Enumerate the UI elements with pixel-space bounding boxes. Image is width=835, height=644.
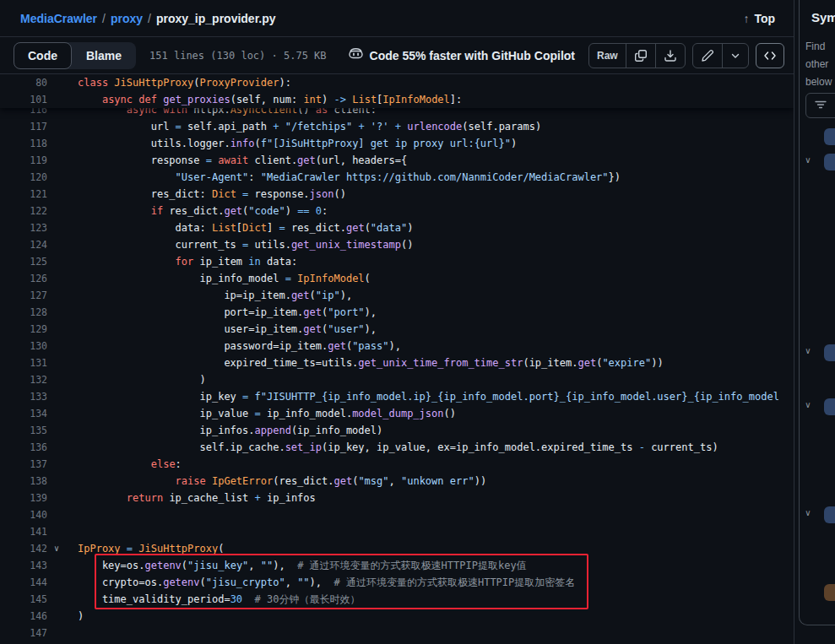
symbol-pill[interactable]	[824, 398, 835, 415]
symbol-expand-chevron-icon[interactable]: ∨	[802, 400, 814, 409]
line-number[interactable]: 134	[0, 405, 47, 422]
code-text: for ip_item in data:	[78, 253, 297, 270]
line-number[interactable]: 146	[0, 608, 47, 625]
arrow-up-icon: ↑	[743, 12, 749, 25]
breadcrumb-filename: proxy_ip_provider.py	[156, 12, 276, 25]
code-text: async def get_proxies(self, num: int) ->…	[78, 91, 462, 108]
line-number[interactable]: 143	[0, 557, 47, 574]
breadcrumb-separator: /	[148, 12, 151, 25]
line-number[interactable]: 139	[0, 490, 47, 506]
raw-actions-group: Raw	[588, 43, 686, 68]
symbol-pill[interactable]	[824, 506, 835, 523]
code-text: res_dict: Dict = response.json()	[78, 186, 346, 203]
code-blame-switch: Code Blame	[14, 42, 136, 69]
symbol-expand-chevron-icon[interactable]: ∨	[802, 508, 814, 517]
download-icon[interactable]	[655, 44, 685, 68]
code-line: 134 ip_value = ip_info_model.model_dump_…	[0, 405, 794, 422]
tab-blame[interactable]: Blame	[72, 42, 136, 69]
code-line: 123 data: List[Dict] = res_dict.get("dat…	[0, 219, 794, 236]
breadcrumb: MediaCrawler / proxy / proxy_ip_provider…	[20, 12, 276, 25]
fold-chevron-icon[interactable]: ∨	[47, 540, 66, 557]
code-text: ip=ip_item.get("ip"),	[78, 287, 352, 304]
code-text: current_ts = utils.get_unix_timestamp()	[78, 236, 413, 253]
code-text: return ip_cache_list + ip_infos	[78, 490, 316, 506]
line-number[interactable]: 129	[0, 321, 47, 338]
code-text: port=ip_item.get("port"),	[78, 304, 377, 321]
code-line: 127 ip=ip_item.get("ip"),	[0, 287, 794, 304]
code-text: raise IpGetError(res_dict.get("msg", "un…	[78, 473, 486, 490]
symbol-pill[interactable]	[824, 128, 835, 145]
copy-icon[interactable]	[626, 44, 655, 68]
line-number[interactable]: 142	[0, 540, 47, 557]
line-number[interactable]: 124	[0, 236, 47, 253]
code-text: ip_key = f"JISUHTTP_{ip_info_model.ip}_{…	[78, 388, 779, 405]
symbols-panel-heading: Sym	[811, 10, 835, 24]
code-text: class JiSuHttpProxy(ProxyProvider):	[78, 74, 291, 91]
breadcrumb-repo-link[interactable]: MediaCrawler	[20, 12, 97, 25]
chevron-down-icon[interactable]	[722, 44, 748, 68]
code-text: key=os.getenv("jisu_key", ""), # 通过环境变量的…	[78, 557, 527, 574]
line-number[interactable]: 130	[0, 338, 47, 354]
line-number[interactable]: 127	[0, 287, 47, 304]
copilot-banner[interactable]: Code 55% faster with GitHub Copilot	[349, 47, 575, 63]
line-number[interactable]: 126	[0, 270, 47, 287]
line-number[interactable]: 133	[0, 388, 47, 405]
edit-actions-group	[692, 43, 749, 68]
line-number[interactable]: 140	[0, 506, 47, 523]
scroll-to-top-button[interactable]: ↑ Top	[738, 8, 780, 29]
code-text: IpProxy = JiSuHttpProxy(	[78, 540, 224, 557]
line-number[interactable]: 136	[0, 439, 47, 456]
line-number[interactable]: 144	[0, 574, 47, 591]
line-number[interactable]: 131	[0, 354, 47, 371]
line-number[interactable]: 101	[0, 91, 47, 108]
code-line: 135 ip_infos.append(ip_info_model)	[0, 422, 794, 439]
symbol-expand-chevron-icon[interactable]: ∨	[802, 155, 814, 165]
code-lines: 116 async with httpx.AsyncClient() as cl…	[0, 101, 794, 641]
code-text: ip_value = ip_info_model.model_dump_json…	[78, 405, 456, 422]
raw-button[interactable]: Raw	[589, 44, 626, 68]
line-number[interactable]: 141	[0, 523, 47, 540]
line-number[interactable]: 117	[0, 118, 47, 135]
tab-code[interactable]: Code	[14, 42, 72, 69]
line-number[interactable]: 120	[0, 169, 47, 186]
code-line: 139 return ip_cache_list + ip_infos	[0, 490, 794, 506]
symbols-filter-input[interactable]	[805, 93, 835, 118]
code-line: 137 else:	[0, 456, 794, 473]
line-number[interactable]: 122	[0, 203, 47, 219]
line-number[interactable]: 138	[0, 473, 47, 490]
code-symbols-icon[interactable]	[756, 43, 784, 68]
symbol-pill[interactable]	[824, 584, 835, 601]
symbol-pill[interactable]	[824, 344, 835, 361]
file-header: MediaCrawler / proxy / proxy_ip_provider…	[0, 0, 794, 37]
line-number[interactable]: 80	[0, 74, 47, 91]
code-line: 129 user=ip_item.get("user"),	[0, 321, 794, 338]
pencil-icon[interactable]	[693, 44, 722, 68]
breadcrumb-folder-link[interactable]: proxy	[111, 12, 143, 25]
line-number[interactable]: 121	[0, 186, 47, 203]
line-number[interactable]: 132	[0, 371, 47, 388]
line-number[interactable]: 145	[0, 591, 47, 608]
code-text: else:	[78, 456, 182, 473]
line-number[interactable]: 147	[0, 625, 47, 641]
symbol-pill[interactable]	[824, 154, 835, 170]
file-meta-info: 151 lines (130 loc) · 5.75 KB	[149, 50, 327, 62]
code-line: 144 crypto=os.getenv("jisu_crypto", ""),…	[0, 574, 794, 591]
line-number[interactable]: 118	[0, 135, 47, 152]
line-number[interactable]: 137	[0, 456, 47, 473]
code-text: response = await client.get(url, headers…	[78, 152, 407, 169]
symbol-expand-chevron-icon[interactable]: ∨	[802, 346, 814, 355]
code-text: expired_time_ts=utils.get_unix_time_from…	[78, 354, 664, 371]
copilot-banner-text: Code 55% faster with GitHub Copilot	[370, 49, 575, 62]
line-number[interactable]: 125	[0, 253, 47, 270]
code-text: self.ip_cache.set_ip(ip_key, ip_value, e…	[78, 439, 718, 456]
code-line: 120 "User-Agent": "MediaCrawler https://…	[0, 169, 794, 186]
line-number[interactable]: 123	[0, 219, 47, 236]
filter-icon	[815, 98, 827, 113]
symbols-panel: Sym Findotherbelow ∨∨∨∨	[799, 0, 835, 625]
code-text: if res_dict.get("code") == 0:	[78, 203, 328, 219]
code-line: 128 port=ip_item.get("port"),	[0, 304, 794, 321]
line-number[interactable]: 128	[0, 304, 47, 321]
code-text: ip_infos.append(ip_info_model)	[78, 422, 382, 439]
line-number[interactable]: 119	[0, 152, 47, 169]
line-number[interactable]: 135	[0, 422, 47, 439]
